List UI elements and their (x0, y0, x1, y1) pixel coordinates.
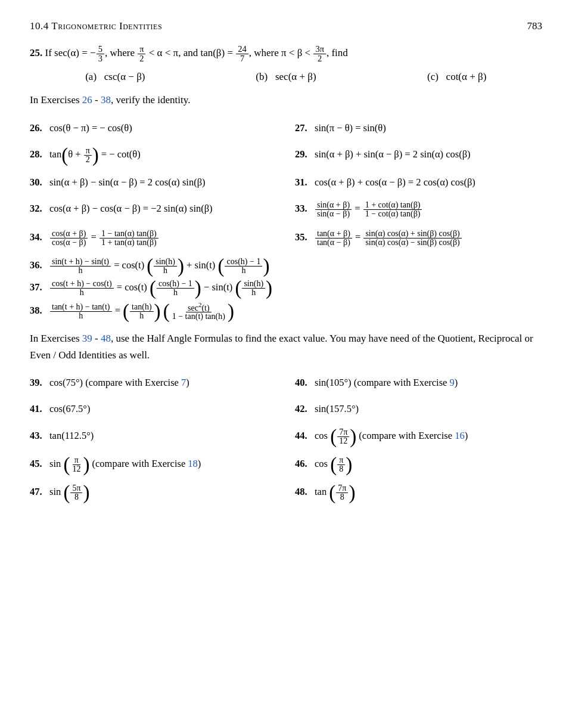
exercise-39: 39. cos(75°) (compare with Exercise 7) (30, 375, 277, 391)
exercise-26: 26. cos(θ − π) = − cos(θ) (30, 120, 277, 136)
chapter-title: 10.4 Trigonometric Identities (30, 18, 162, 34)
frac-5pi-8: 5π8 (70, 484, 82, 501)
frac-33-num: sin(α + β)sin(α − β) (315, 201, 352, 218)
frac-3pi-2: 3π2 (313, 45, 326, 63)
exercise-30: 30. sin(α + β) − sin(α − β) = 2 cos(α) s… (30, 175, 277, 190)
link-ex18[interactable]: 18 (188, 458, 198, 469)
exercise-42: 42. sin(157.5°) (295, 401, 542, 417)
where-text: where (110, 47, 135, 58)
frac-34-num: cos(α + β)cos(α − β) (50, 230, 88, 247)
frac-33-den: 1 + cot(α) tan(β)1 − cot(α) tan(β) (363, 201, 422, 218)
problem-25-parts: (a) csc(α − β) (b) sec(α + β) (c) cot(α … (30, 69, 542, 85)
exercises-26-38: 26. cos(θ − π) = − cos(θ) 27. sin(π − θ)… (30, 116, 542, 252)
frac-pi-8: π8 (337, 456, 345, 473)
problem-25: 25. If sec(α) = −53, where π2 < α < π, a… (30, 45, 542, 85)
part-b: (b) sec(α + β) (201, 69, 372, 85)
link-ex7[interactable]: 7 (181, 377, 186, 388)
link-38[interactable]: 38 (101, 94, 111, 106)
exercise-32: 32. cos(α + β) − cos(α − β) = −2 sin(α) … (30, 201, 277, 218)
exercise-34: 34. cos(α + β)cos(α − β) = 1 − tan(α) ta… (30, 230, 277, 247)
part-c: (c) cot(α + β) (371, 69, 542, 85)
frac-35-num: tan(α + β)tan(α − β) (315, 230, 352, 247)
exercise-36: 36. sin(t + h) − sin(t)h = cos(t) (sin(h… (30, 258, 542, 275)
intro-39-48: In Exercises 39 - 48, use the Half Angle… (30, 330, 542, 363)
frac-37-main: cos(t + h) − cos(t)h (50, 280, 114, 297)
prob25-label: 25. (30, 47, 42, 58)
link-48[interactable]: 48 (101, 333, 111, 344)
intro-26-38: In Exercises 26 - 38, verify the identit… (30, 92, 542, 108)
exercise-28: 28. tan(θ + π2) = − cot(θ) (30, 147, 277, 164)
frac-37-a: cos(h) − 1h (157, 280, 194, 297)
exercise-44: 44. cos (7π12) (compare with Exercise 16… (295, 428, 542, 445)
frac-pi-2-28: π2 (84, 147, 92, 164)
exercises-39-48: 39. cos(75°) (compare with Exercise 7) 4… (30, 370, 542, 506)
link-ex16[interactable]: 16 (455, 430, 465, 441)
exercise-38: 38. tan(t + h) − tan(t)h = (tan(h)h) (se… (30, 302, 542, 321)
frac-34-den: 1 − tan(α) tan(β)1 + tan(α) tan(β) (100, 230, 158, 247)
exercise-29: 29. sin(α + β) + sin(α − β) = 2 sin(α) c… (295, 147, 542, 164)
page-header: 10.4 Trigonometric Identities 783 (30, 18, 542, 34)
frac-38-main: tan(t + h) − tan(t)h (50, 303, 112, 320)
frac-35-den: sin(α) cos(α) + sin(β) cos(β)sin(α) cos(… (363, 230, 461, 247)
exercise-43: 43. tan(112.5°) (30, 428, 277, 445)
frac-36-b: cos(h) − 1h (225, 258, 262, 275)
frac-24-7: 247 (236, 45, 248, 63)
exercise-31: 31. cos(α + β) + cos(α − β) = 2 cos(α) c… (295, 175, 542, 190)
page-number: 783 (527, 18, 543, 34)
exercise-48: 48. tan (7π8) (295, 484, 542, 501)
frac-pi-12: π12 (70, 456, 82, 473)
exercise-47: 47. sin (5π8) (30, 484, 277, 501)
exercise-35: 35. tan(α + β)tan(α − β) = sin(α) cos(α)… (295, 230, 542, 247)
exercise-46: 46. cos (π8) (295, 456, 542, 473)
exercise-27: 27. sin(π − θ) = sin(θ) (295, 120, 542, 136)
frac-37-b: sin(h)h (242, 280, 265, 297)
link-26[interactable]: 26 (82, 94, 92, 106)
frac-36-a: sin(h)h (154, 258, 177, 275)
exercise-33: 33. sin(α + β)sin(α − β) = 1 + cot(α) ta… (295, 201, 542, 218)
exercise-37: 37. cos(t + h) − cos(t)h = cos(t) (cos(h… (30, 280, 542, 297)
frac-38-a: tan(h)h (130, 303, 153, 320)
frac-pi-2: π2 (138, 45, 145, 63)
exercise-41: 41. cos(67.5°) (30, 401, 277, 417)
frac-36-main: sin(t + h) − sin(t)h (50, 258, 111, 275)
frac-5-3: 53 (97, 45, 104, 63)
exercise-45: 45. sin (π12) (compare with Exercise 18) (30, 456, 277, 473)
link-39[interactable]: 39 (82, 333, 92, 344)
frac-7pi-8: 7π8 (336, 484, 348, 501)
frac-38-b: sec2(t)1 − tan(t) tan(h) (170, 302, 227, 321)
exercise-40: 40. sin(105°) (compare with Exercise 9) (295, 375, 542, 391)
link-ex9[interactable]: 9 (450, 377, 455, 388)
frac-7pi-12: 7π12 (337, 428, 349, 445)
part-a: (a) csc(α − β) (30, 69, 201, 85)
